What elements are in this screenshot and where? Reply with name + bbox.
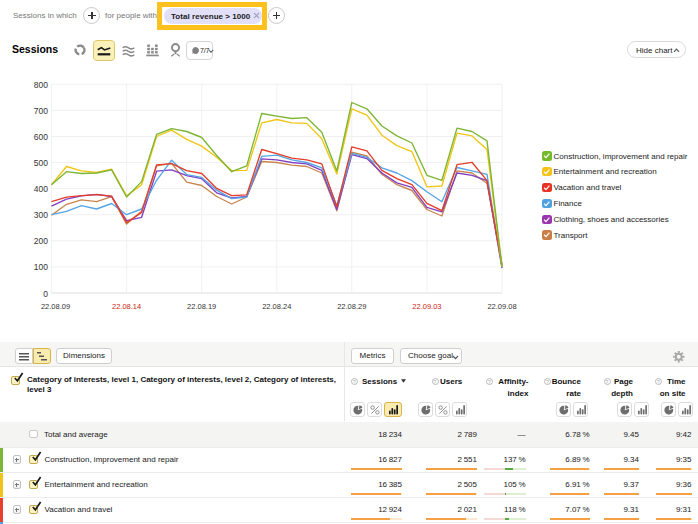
svg-text:22.09.03: 22.09.03	[412, 302, 441, 311]
svg-text:0: 0	[43, 289, 48, 299]
svg-text:700: 700	[34, 106, 48, 116]
svg-text:22.08.14: 22.08.14	[112, 302, 141, 311]
svg-text:200: 200	[34, 236, 48, 246]
svg-text:100: 100	[34, 262, 48, 272]
svg-text:300: 300	[34, 210, 48, 220]
svg-text:500: 500	[34, 158, 48, 168]
svg-text:22.08.24: 22.08.24	[262, 302, 291, 311]
svg-text:800: 800	[34, 80, 48, 90]
svg-text:22.09.08: 22.09.08	[487, 302, 516, 311]
svg-text:22.08.19: 22.08.19	[187, 302, 216, 311]
svg-text:22.08.09: 22.08.09	[41, 302, 70, 311]
svg-text:22.08.29: 22.08.29	[337, 302, 366, 311]
svg-text:400: 400	[34, 184, 48, 194]
svg-text:600: 600	[34, 132, 48, 142]
